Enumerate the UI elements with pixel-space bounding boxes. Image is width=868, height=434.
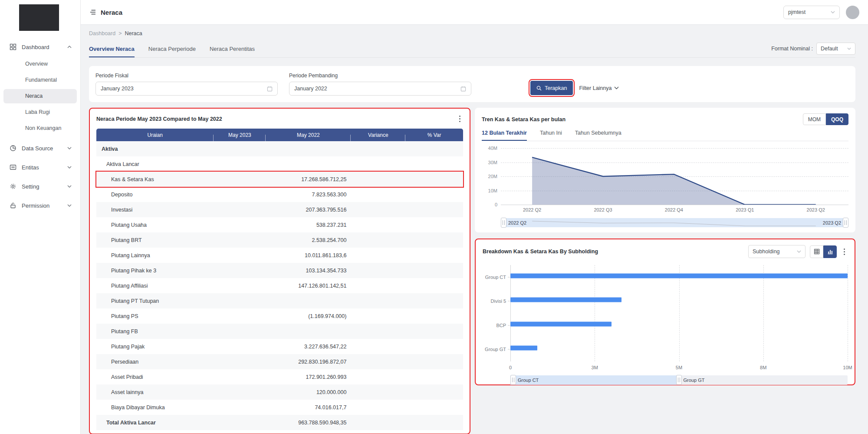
tren-tab-12-bulan-terakhir[interactable]: 12 Bulan Terakhir <box>482 130 527 141</box>
tren-tab-tahun-sebelumnya[interactable]: Tahun Sebelumnya <box>575 130 621 141</box>
slider-handle-left[interactable] <box>510 375 516 385</box>
user-select[interactable]: pjmtest <box>783 6 840 19</box>
row-label: Kas & Setara Kas <box>96 176 214 182</box>
menu-fold-icon[interactable] <box>89 9 96 16</box>
x-tick-label: 2023 Q1 <box>736 207 754 212</box>
table-row[interactable]: Aktiva <box>96 141 463 156</box>
bar-bcp[interactable] <box>510 321 612 326</box>
chevron-up-icon <box>67 46 72 48</box>
row-label: Piutang Usaha <box>96 222 214 228</box>
row-label: Total Aktiva Lancar <box>96 420 214 426</box>
table-row[interactable]: Piutang Pihak ke 3103.134.354.733 <box>96 263 463 278</box>
toggle-mom[interactable]: MOM <box>803 113 826 125</box>
bar-chart-icon <box>827 248 833 255</box>
format-nominal-select[interactable]: Default <box>816 43 855 55</box>
search-icon <box>536 86 542 91</box>
breakdown-card: Breakdown Kas & Setara Kas By Subholding… <box>475 239 855 385</box>
sidebar-item-fundamental[interactable]: Fundamental <box>3 73 77 87</box>
slider-handle-right[interactable] <box>843 218 848 228</box>
sidebar-item-overview[interactable]: Overview <box>3 57 77 71</box>
table-row[interactable]: Asset Pribadi172.901.260.993 <box>96 369 463 384</box>
axis-tick <box>508 277 510 277</box>
gridline <box>595 265 595 361</box>
row-label: Piutang FB <box>96 328 214 335</box>
more-menu-icon[interactable] <box>457 114 463 124</box>
subholding-select[interactable]: Subholding <box>748 245 806 258</box>
slider-handle-right[interactable] <box>676 375 682 385</box>
table-row[interactable]: Deposito7.823.563.300 <box>96 187 463 202</box>
subholding-select-value: Subholding <box>753 248 793 255</box>
category-label: Group CT <box>483 275 506 280</box>
sidebar-item-non-keuangan[interactable]: Non Keuangan <box>3 121 77 136</box>
table-row[interactable]: Piutang PT Tutupan <box>96 293 463 308</box>
sidebar-item-laba-rugi[interactable]: Laba Rugi <box>3 105 77 119</box>
x-tick-label: 2022 Q4 <box>665 207 683 212</box>
bar-group-ct[interactable] <box>510 273 848 278</box>
breadcrumb-root[interactable]: Dashboard <box>89 30 115 36</box>
sidebar-item-neraca[interactable]: Neraca <box>3 89 77 103</box>
bar-group-gt[interactable] <box>510 346 537 351</box>
cell-may-2022: 2.538.254.700 <box>266 237 351 243</box>
sidebar-group: Entitas <box>0 161 80 174</box>
periode-pembanding-field: Periode Pembanding January 2022 <box>289 73 471 96</box>
format-nominal-value: Default <box>821 46 844 52</box>
table-row[interactable]: Total Aktiva Lancar963.788.590.948,35 <box>96 415 463 430</box>
table-row[interactable]: Piutang Lainnya10.011.861.183,6 <box>96 248 463 263</box>
row-label: Piutang PS <box>96 313 214 319</box>
table-row[interactable]: Piutang PS(1.169.974.000) <box>96 308 463 324</box>
table-row[interactable]: Biaya Dibayar Dimuka74.016.017,7 <box>96 400 463 415</box>
toggle-qoq[interactable]: QOQ <box>826 113 848 125</box>
breakdown-x-axis: 03M5M8M10M <box>510 365 848 372</box>
tab-neraca-perentitas[interactable]: Neraca Perentitas <box>210 46 255 57</box>
sidebar-item-label: Permission <box>22 202 67 209</box>
setting-icon <box>10 183 17 190</box>
cell-may-2022: 147.126.801.142,51 <box>266 283 351 289</box>
table-row[interactable]: Piutang FB <box>96 324 463 339</box>
sidebar-group: Data Source <box>0 142 80 155</box>
neraca-table: UraianMay 2023May 2022Variance% Var Akti… <box>96 129 463 430</box>
table-row[interactable]: Asset lainnya120.000.000 <box>96 384 463 400</box>
tren-range-slider[interactable]: 2022 Q22023 Q2 <box>501 218 848 227</box>
row-label: Biaya Dibayar Dimuka <box>96 404 214 411</box>
sidebar-item-dashboard[interactable]: Dashboard <box>0 40 80 53</box>
y-tick-label: 40M <box>482 146 497 151</box>
tab-neraca-perperiode[interactable]: Neraca Perperiode <box>148 46 196 57</box>
more-menu-icon[interactable] <box>841 247 848 257</box>
slider-start-label: 2022 Q2 <box>508 220 526 225</box>
table-row[interactable]: Aktiva Lancar <box>96 156 463 172</box>
y-tick-label: 0 <box>482 202 497 207</box>
breadcrumb: Dashboard > Neraca <box>89 30 855 36</box>
table-view-button[interactable] <box>810 245 823 258</box>
breakdown-title: Breakdown Kas & Setara Kas By Subholding <box>483 248 598 255</box>
table-row[interactable]: Kas & Setara Kas17.268.586.712,25 <box>96 172 463 187</box>
tren-tab-tahun-ini[interactable]: Tahun Ini <box>540 130 562 141</box>
breakdown-range-slider[interactable]: Group CTGroup GT <box>510 375 848 385</box>
axis-tick <box>508 325 510 325</box>
table-row[interactable]: Piutang BRT2.538.254.700 <box>96 232 463 248</box>
table-row[interactable]: Piutang Pajak3.227.636.547,22 <box>96 339 463 354</box>
slider-handle-left[interactable] <box>501 218 506 228</box>
user-select-value: pjmtest <box>788 9 831 15</box>
periode-fiskal-input[interactable]: January 2023 <box>95 82 278 96</box>
chart-view-button[interactable] <box>823 245 837 258</box>
table-row[interactable]: Investasi207.363.795.516 <box>96 202 463 217</box>
filter-lainnya[interactable]: Filter Lainnya <box>579 85 619 91</box>
x-tick-label: 0 <box>509 365 512 370</box>
sidebar-item-entitas[interactable]: Entitas <box>0 161 80 174</box>
sidebar-item-permission[interactable]: Permission <box>0 199 80 212</box>
breakdown-bar-chart: Group CTDivisi 5BCPGroup GT <box>510 265 848 361</box>
tab-overview-neraca[interactable]: Overview Neraca <box>89 46 135 57</box>
table-row[interactable]: Persediaan292.830.196.872,07 <box>96 354 463 369</box>
periode-pembanding-input[interactable]: January 2022 <box>289 82 471 96</box>
neraca-table-card: Neraca Periode May 2023 Compared to May … <box>89 108 470 434</box>
table-row[interactable]: Piutang Usaha538.237.231 <box>96 217 463 232</box>
avatar[interactable] <box>846 6 859 19</box>
terapkan-button[interactable]: Terapkan <box>530 81 573 95</box>
tren-kas-card: Tren Kas & Setara Kas per bulan MOMQOQ 1… <box>475 108 855 232</box>
chevron-down-icon <box>797 250 801 253</box>
table-row[interactable]: Piutang Affiliasi147.126.801.142,51 <box>96 278 463 293</box>
sidebar-item-setting[interactable]: Setting <box>0 180 80 193</box>
bar-divisi-5[interactable] <box>510 298 621 302</box>
sidebar-item-data-source[interactable]: Data Source <box>0 142 80 155</box>
cell-may-2022: 172.901.260.993 <box>266 374 351 380</box>
